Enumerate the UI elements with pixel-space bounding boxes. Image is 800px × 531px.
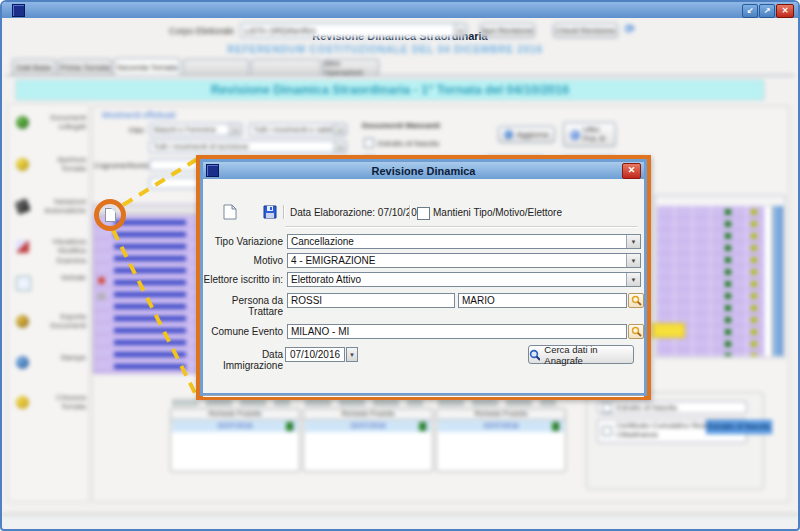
panel-selected-row[interactable]: 02/07/2016 (305, 420, 431, 432)
tabstrip-baseline (6, 75, 794, 76)
uffici-button[interactable]: Uffici Pos. B (563, 122, 616, 147)
search-icon (529, 349, 540, 361)
window-content: Corpo Elettorale LISTA ORDINARIA ▼ Apri … (2, 18, 798, 529)
tab-altre-operazioni[interactable]: Altre Operazioni (323, 59, 379, 75)
cerca-dati-anagrafe-button[interactable]: Cerca dati in Anagrafe (528, 345, 634, 364)
documents-icon (16, 116, 29, 129)
chk-estratto-box[interactable]: Estratto di Nascita (597, 401, 747, 414)
tipo-variazione-value: Cancellazione (291, 236, 354, 247)
aggiorna-button[interactable]: Aggiorna (498, 126, 555, 143)
green-status-dots (725, 206, 731, 356)
dialog-close-icon[interactable]: ✕ (622, 163, 641, 179)
sidebar-item-label: Apertura Tornata (36, 155, 86, 174)
corpo-elettorale-value: LISTA ORDINARIA (244, 26, 316, 36)
sidebar-item-esporta-documenti[interactable]: Esporta Documenti (10, 307, 86, 341)
apri-revisione-button[interactable]: Apri Revisione (480, 23, 535, 38)
tab-blank-1[interactable] (183, 59, 249, 75)
tipo-variazione-combo[interactable]: Cancellazione ▼ (287, 234, 641, 249)
sidebar-item-visualizza-modifica[interactable]: Visualizza Modifica Esamina (10, 232, 86, 266)
globe-icon (570, 130, 580, 140)
sidebar-item-label: Documenti collegati (36, 113, 86, 132)
yellow-status-dots (751, 206, 757, 356)
window-titlebar: Revisione Dinamica Straordinaria ↙ ↗ ✕ (2, 2, 798, 18)
sidebar-item-label: Chiusura Tornata (36, 393, 86, 412)
open-session-icon (16, 158, 29, 171)
green-doc-icon (286, 422, 293, 431)
filter-iscrizione-combo[interactable]: Tutti i movimenti di iscrizione▼ (149, 140, 347, 153)
checkbox-icon[interactable] (364, 138, 374, 148)
richieste-panel-1[interactable]: Richieste Prodotte 02/07/2016 (170, 408, 300, 472)
chevron-down-icon[interactable]: ▼ (626, 235, 640, 248)
chiudi-revisione-button[interactable]: Chiudi Revisione (553, 23, 618, 38)
corpo-elettorale-label: Corpo Elettorale (152, 26, 234, 36)
date-dropdown-icon[interactable]: ▼ (346, 347, 358, 362)
cognome-field[interactable]: ROSSI (287, 293, 455, 308)
richieste-panel-2[interactable]: Richieste Prodotte 02/07/2016 (303, 408, 433, 472)
green-doc-icon (419, 422, 426, 431)
data-immigrazione-field[interactable]: 07/10/2016 (285, 347, 345, 362)
dialog-body: Data Elaborazione: 07/10/2016 Mantieni T… (203, 179, 644, 393)
uffici-label: Uffici Pos. B (583, 126, 609, 143)
restore-icon[interactable]: ↙ (742, 4, 758, 18)
search-icon (631, 295, 642, 306)
new-document-icon[interactable] (223, 204, 237, 220)
window-controls: ↙ ↗ ✕ (742, 4, 794, 18)
dialog-window: Revisione Dinamica ✕ Data Elaborazione: … (200, 159, 647, 396)
chk-estratto-nascita[interactable]: Estratto di Nascita (364, 138, 439, 148)
panel-header: Richieste Prodotte (171, 409, 299, 420)
richieste-panel-3[interactable]: Richieste Prodotte 02/07/2016 (436, 408, 566, 472)
cerca-dati-label: Cerca dati in Anagrafe (544, 344, 633, 366)
tab-prima-tornata[interactable]: Prima Tornata (58, 59, 112, 75)
search-icon (631, 326, 642, 337)
filter-mov-combo[interactable]: Tutti i movimenti e validi▼ (249, 123, 347, 136)
chk-label: Estratto di Nascita (616, 403, 677, 412)
sidebar-item-verbale[interactable]: Verbale (10, 268, 86, 302)
corpo-elettorale-combo[interactable]: LISTA ORDINARIA ▼ (240, 23, 467, 38)
chevron-down-icon[interactable]: ▼ (229, 124, 241, 135)
chevron-down-icon[interactable]: ▼ (454, 24, 466, 37)
tab-blank-2[interactable] (251, 59, 321, 75)
sidebar-item-chiusura-tornata[interactable]: Chiusura Tornata (10, 388, 86, 422)
highlight-circle (94, 199, 126, 231)
tab-seconda-tornata[interactable]: Seconda Tornata (114, 58, 180, 75)
mantieni-label: Mantieni Tipo/Motivo/Elettore (433, 207, 562, 218)
green-doc-icon (552, 422, 559, 431)
close-session-icon (16, 396, 29, 409)
filter-sex-combo[interactable]: Maschi e Femmine▼ (149, 123, 242, 136)
toolbar-separator (283, 205, 284, 219)
tab-dati-base[interactable]: Dati Base (12, 59, 56, 75)
nome-field[interactable]: MARIO (458, 293, 627, 308)
comune-evento-field[interactable]: MILANO - MI (287, 324, 627, 339)
sidebar-item-documenti-collegati[interactable]: Documenti collegati (10, 108, 86, 142)
save-icon[interactable] (263, 204, 277, 219)
checkbox-icon[interactable] (602, 403, 612, 413)
mantieni-checkbox-icon[interactable] (417, 207, 430, 220)
print-icon (16, 356, 29, 369)
tipo-variazione-label: Tipo Variazione (203, 236, 283, 247)
chevron-down-icon[interactable]: ▼ (626, 254, 640, 267)
elettore-iscritto-combo[interactable]: Elettorato Attivo ▼ (287, 272, 641, 287)
sidebar-item-apertura-tornata[interactable]: Apertura Tornata (10, 150, 86, 184)
close-icon[interactable]: ✕ (776, 4, 794, 18)
comune-search-button[interactable] (628, 324, 644, 339)
sidebar-item-label: Variazioni Automatiche (36, 197, 86, 216)
motivo-combo[interactable]: 4 - EMIGRAZIONE ▼ (287, 253, 641, 268)
checkbox-icon[interactable] (602, 426, 612, 436)
aggiorna-label: Aggiorna (516, 130, 548, 139)
panel-selected-row[interactable]: 02/07/2016 (172, 420, 298, 432)
refresh-icon[interactable]: ⟳ (625, 22, 638, 37)
table-scrollbar[interactable] (772, 206, 783, 356)
sidebar-item-variazioni-automatiche[interactable]: Variazioni Automatiche (10, 192, 86, 226)
pen-icon (14, 198, 31, 215)
maximize-icon[interactable]: ↗ (759, 4, 775, 18)
toolbar-underline (285, 226, 638, 227)
chevron-down-icon[interactable]: ▼ (626, 273, 640, 286)
panel-selected-row[interactable]: 02/07/2016 (438, 420, 564, 432)
chevron-down-icon[interactable]: ▼ (334, 124, 346, 135)
sidebar-item-stampe[interactable]: Stampe (10, 348, 86, 382)
movimenti-title: Movimenti effettuati (102, 110, 176, 120)
caption-strip (172, 399, 290, 406)
referendum-title: REFERENDUM COSTITUZIONALE DEL 04 DICEMBR… (2, 44, 768, 55)
persona-search-button[interactable] (628, 293, 644, 308)
chevron-down-icon[interactable]: ▼ (334, 141, 346, 152)
